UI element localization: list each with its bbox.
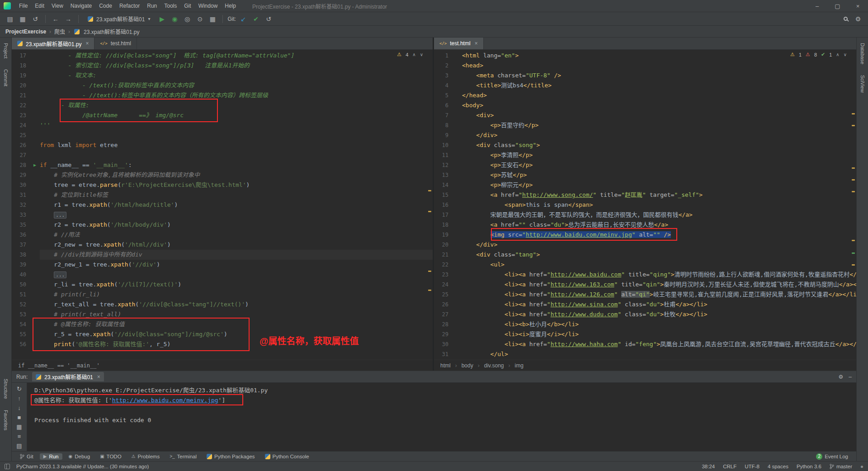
- code-line-31[interactable]: 31 </ul>: [434, 349, 856, 359]
- soft-wrap-button[interactable]: ≡: [15, 433, 24, 440]
- toolwindow-event-log[interactable]: 2 Event Log: [812, 453, 852, 460]
- run-gutter-icon[interactable]: ▶: [30, 160, 40, 170]
- code-line-29[interactable]: 29 # 实例化etree对象,且将被解析的源码加载到该对象中: [12, 170, 433, 180]
- warning-stripe-mark[interactable]: [428, 290, 431, 291]
- notification-icon[interactable]: ●: [860, 464, 863, 469]
- url-link[interactable]: http://www.baidu.com/meinv.jpg: [112, 397, 218, 404]
- code-line-18[interactable]: 18 <a href="" class="du">总为浮云能蔽日,长安不见使人愁…: [434, 220, 856, 230]
- code-line-24[interactable]: 24''': [12, 120, 433, 130]
- code-line-37[interactable]: 37 r2_new = tree.xpath('/html//div'): [12, 240, 433, 250]
- indent-style[interactable]: 4 spaces: [768, 464, 788, 469]
- close-icon[interactable]: ×: [97, 374, 100, 380]
- interpreter[interactable]: Python 3.6: [797, 464, 821, 469]
- code-line-30[interactable]: 30 <li><a href="http://www.haha.com" id=…: [434, 339, 856, 349]
- code-line-9[interactable]: 9 </div>: [434, 130, 856, 140]
- code-line-25[interactable]: 25 <li><a href="http://www.126.com" alt=…: [434, 290, 856, 300]
- code-line-5[interactable]: 5</head>: [434, 90, 856, 100]
- forward-icon[interactable]: →: [63, 14, 74, 24]
- warning-stripe-mark[interactable]: [428, 211, 431, 212]
- code-line-17[interactable]: 17 - 属性定位: //div[@class="song"] 格式: tag[…: [12, 51, 433, 61]
- sidebar-item-sciview[interactable]: SciView: [860, 75, 865, 93]
- warning-stripe-mark[interactable]: [428, 190, 431, 191]
- coverage-button[interactable]: ◎: [182, 14, 193, 24]
- console-line[interactable]: @属性名称: 获取属性值: ['http://www.baidu.com/mei…: [34, 395, 856, 405]
- toolwindow-git[interactable]: Git: [16, 453, 37, 460]
- rerun-button[interactable]: ↻: [15, 385, 24, 392]
- menu-navigate[interactable]: Navigate: [67, 0, 95, 12]
- menu-git[interactable]: Git: [180, 0, 194, 12]
- code-line-54[interactable]: 54 # @属性名称: 获取属性值: [12, 319, 433, 329]
- breadcrumb-project[interactable]: ProjectExercise: [5, 29, 46, 35]
- code-line-11[interactable]: 11 <p>李清照</p>: [434, 150, 856, 160]
- url-link[interactable]: http://www.126.com: [551, 291, 614, 298]
- run-console[interactable]: D:\Python36\python.exe E:/ProjectExercis…: [27, 383, 856, 451]
- code-line-32[interactable]: 32 r1 = tree.xpath('/html/head/title'): [12, 200, 433, 210]
- code-line-56[interactable]: 56 print('@属性名称: 获取属性值:', r_5): [12, 339, 433, 349]
- warning-stripe-mark[interactable]: [852, 125, 855, 126]
- chevron-down-icon[interactable]: ∨: [420, 52, 423, 57]
- close-button[interactable]: ×: [848, 0, 868, 12]
- code-line-17[interactable]: 17 宋朝是最强大的王朝，不是军队的强大，而是经济很强大，国民都很有钱</a>: [434, 210, 856, 220]
- tab-test-html-right[interactable]: </> test.html ×: [434, 38, 484, 49]
- code-line-36[interactable]: 36 # //用法: [12, 230, 433, 240]
- code-line-39[interactable]: 39 r2_new_1 = tree.xpath('//div'): [12, 260, 433, 270]
- gear-icon[interactable]: ⚙: [839, 374, 844, 380]
- line-ending[interactable]: CRLF: [723, 464, 736, 469]
- code-line-21[interactable]: 21 - //text():标签中非直系的文本内容（所有的文本内容）跨标签层级: [12, 90, 433, 100]
- code-line-38[interactable]: 38 # //div找到源码当中所有的div: [12, 250, 433, 260]
- code-line-16[interactable]: 16 <span>this is span</span>: [434, 200, 856, 210]
- up-stack-button[interactable]: ↑: [15, 395, 24, 402]
- code-line-7[interactable]: 7 <div>: [434, 110, 856, 120]
- console-line[interactable]: D:\Python36\python.exe E:/ProjectExercis…: [34, 385, 856, 395]
- tool-window-switcher-icon[interactable]: [5, 464, 10, 469]
- code-line-13[interactable]: 13 <p>苏轼</p>: [434, 170, 856, 180]
- menu-refactor[interactable]: Refactor: [116, 0, 143, 12]
- sidebar-item-favorites[interactable]: Favorites: [3, 410, 9, 430]
- tab-python-file[interactable]: 23.xpath解析基础01.py ×: [12, 38, 94, 49]
- breadcrumb-scope[interactable]: if __name__ == '__main__': [18, 362, 100, 369]
- status-message[interactable]: PyCharm 2023.1.3 available // Update... …: [16, 464, 149, 469]
- url-link[interactable]: http://www.haha.com: [551, 341, 618, 347]
- code-line-53[interactable]: 53 # print(r_text_all): [12, 309, 433, 319]
- code-line-20[interactable]: 20 - /text():获取的标签中直系的文本内容: [12, 81, 433, 90]
- toolwindow-python-console[interactable]: Python Console: [261, 453, 313, 460]
- url-link[interactable]: http://www.dudu.com: [551, 311, 618, 318]
- url-link[interactable]: http://www.song.com/: [522, 191, 593, 198]
- close-icon[interactable]: ×: [85, 40, 89, 47]
- toolwindow-debug[interactable]: ◉ Debug: [65, 453, 94, 460]
- maximize-button[interactable]: ▢: [827, 0, 848, 12]
- code-line-26[interactable]: 26from lxml import etree: [12, 140, 433, 150]
- sidebar-item-structure[interactable]: Structure: [3, 379, 9, 399]
- warning-stripe-mark[interactable]: [852, 191, 855, 192]
- undo-icon[interactable]: ↺: [30, 14, 41, 24]
- code-line-51[interactable]: 51 # print(r_li): [12, 290, 433, 300]
- url-link[interactable]: http://www.baidu.com/meinv.jpg: [526, 231, 632, 238]
- code-line-28[interactable]: 28 <li><b>杜小月</b></li>: [434, 319, 856, 329]
- code-line-30[interactable]: 30 tree = etree.parse(r'E:\ProjectExerci…: [12, 180, 433, 190]
- code-line-35[interactable]: 35 r2 = tree.xpath('/html/body/div'): [12, 220, 433, 230]
- code-line-14[interactable]: 14 <p>柳宗元</p>: [434, 180, 856, 190]
- console-line[interactable]: Process finished with exit code 0: [34, 415, 856, 425]
- grid-icon[interactable]: ▦: [207, 14, 218, 24]
- menu-run[interactable]: Run: [143, 0, 160, 12]
- scroll-end-button[interactable]: ▤: [15, 442, 24, 449]
- breadcrumb-html[interactable]: html: [440, 362, 451, 369]
- menu-edit[interactable]: Edit: [31, 0, 48, 12]
- code-line-22[interactable]: 22 - 取属性:: [12, 100, 433, 110]
- html-editor[interactable]: 1<html lang="en">2<head>3 <meta charset=…: [434, 50, 856, 360]
- sidebar-item-project[interactable]: Project: [3, 43, 9, 58]
- code-line-33[interactable]: 33 ...: [12, 210, 433, 220]
- settings-button[interactable]: ⚙: [853, 14, 863, 24]
- save-icon[interactable]: ▦: [17, 14, 28, 24]
- code-line-23[interactable]: 23 /@attrName ==》 img/@src: [12, 110, 433, 120]
- code-line-21[interactable]: 21 <div class="tang">: [434, 250, 856, 260]
- menu-window[interactable]: Window: [195, 0, 222, 12]
- layout-button[interactable]: ▦: [15, 423, 24, 430]
- code-line-31[interactable]: 31 # 定位到title标签: [12, 190, 433, 200]
- menu-code[interactable]: Code: [95, 0, 116, 12]
- breadcrumb-img[interactable]: img: [515, 362, 524, 369]
- code-line-22[interactable]: 22 <ul>: [434, 260, 856, 270]
- url-link[interactable]: http://www.163.com: [551, 281, 614, 288]
- breadcrumb-body[interactable]: body: [462, 362, 473, 369]
- code-line-26[interactable]: 26 <li><a href="http://www.sina.com" cla…: [434, 300, 856, 309]
